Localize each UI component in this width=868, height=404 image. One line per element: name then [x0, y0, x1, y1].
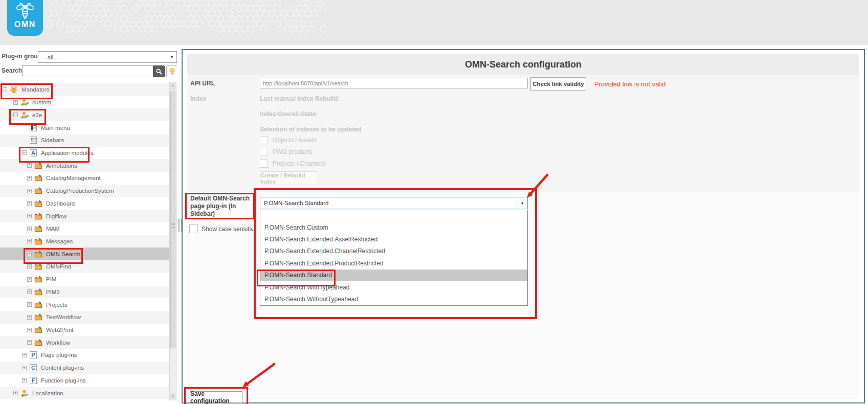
tree-item-projects[interactable]: Projects	[46, 302, 68, 308]
expand-icon[interactable]: +	[22, 366, 27, 370]
app-logo[interactable]: OMN	[7, 0, 43, 36]
tree-item-omnfind[interactable]: OMNFind	[46, 263, 71, 270]
panel-splitter[interactable]	[177, 45, 182, 404]
tree-item-main-menu[interactable]: Main menu	[41, 125, 70, 131]
tree-row[interactable]: +OMN-Search	[0, 248, 169, 260]
tree-item-localization[interactable]: Localization	[32, 390, 63, 396]
dropdown-option-empty[interactable]	[260, 210, 527, 221]
tree-row[interactable]: +Annotations	[0, 159, 169, 172]
tree-item-sidebars[interactable]: Sidebars	[41, 137, 64, 143]
tree-row[interactable]: −Mandators	[0, 83, 169, 96]
show-case-checkbox[interactable]	[189, 225, 198, 233]
dropdown-option-p-omn-search-withouttypeahead[interactable]: P.OMN-Search.WithoutTypeahead	[260, 293, 527, 305]
collapse-icon[interactable]: −	[13, 113, 18, 117]
tree-row[interactable]: +Projects	[0, 298, 169, 311]
expand-icon[interactable]: +	[27, 340, 32, 345]
scroll-up-icon[interactable]: ▲	[170, 82, 176, 89]
tree-item-textworkflow[interactable]: TextWorkflow	[46, 314, 81, 320]
tree-row[interactable]: +FFunction plug-ins	[0, 374, 169, 387]
tree-row[interactable]: +Localization	[0, 387, 169, 399]
expand-icon[interactable]: +	[27, 302, 32, 307]
checkbox-projects-channels[interactable]	[260, 160, 268, 168]
tree-row[interactable]: Sidebars	[0, 134, 169, 147]
tree-row[interactable]: +Dashboard	[0, 197, 169, 210]
expand-icon[interactable]: +	[27, 227, 32, 231]
tree-row[interactable]: +Workflow	[0, 336, 169, 349]
dropdown-option-p-omn-search-extended-channelrestricted[interactable]: P.OMN-Search.Extended.ChannelRestricted	[260, 245, 527, 257]
plugin-group-select[interactable]: -- all -- ▼	[38, 51, 177, 63]
expand-icon[interactable]: +	[22, 378, 27, 383]
tree-row[interactable]: +CContent plug-ins	[0, 362, 169, 374]
tree-item-pim2[interactable]: PIM2	[46, 289, 60, 295]
expand-icon[interactable]: +	[27, 163, 32, 168]
hint-button[interactable]	[166, 65, 178, 77]
tree-row[interactable]: +Messages	[0, 235, 169, 248]
tree-item-page-plug-ins[interactable]: Page plug-ins	[41, 352, 77, 358]
combobox-caret-icon[interactable]: ▼	[517, 197, 527, 209]
tree-row[interactable]: Main menu	[0, 121, 169, 134]
expand-icon[interactable]: +	[27, 264, 32, 269]
checkbox-objects-assets[interactable]	[260, 136, 268, 144]
default-plugin-combobox[interactable]: P.OMN-Search.Standard ▼	[260, 197, 528, 209]
tree-row[interactable]: +MAM	[0, 222, 169, 235]
save-configuration-button[interactable]: Save configuration	[190, 391, 242, 403]
expand-icon[interactable]: +	[27, 252, 32, 256]
tree-item-workflow[interactable]: Workflow	[46, 340, 70, 346]
tree-item-digiflow[interactable]: Digiflow	[46, 213, 66, 219]
expand-icon[interactable]: +	[13, 391, 18, 395]
dropdown-option-p-omn-search-withtypeahead[interactable]: P.OMN-Search.WithTypeahead	[260, 281, 527, 293]
dropdown-option-p-omn-search-standard[interactable]: P.OMN-Search.Standard	[260, 270, 527, 281]
dropdown-option-p-omn-search-extended-productrestricted[interactable]: P.OMN-Search.Extended.ProductRestricted	[260, 257, 527, 269]
tree-row[interactable]: −e2e	[0, 108, 169, 121]
collapse-icon[interactable]: −	[3, 87, 7, 92]
collapse-icon[interactable]: −	[22, 150, 27, 155]
tree-scrollbar[interactable]: ▲ ▼	[169, 82, 176, 400]
expand-icon[interactable]: +	[27, 239, 32, 243]
tree-row[interactable]: +OMNFind	[0, 260, 169, 273]
tree-row[interactable]: +PIM	[0, 273, 169, 286]
tree-item-mam[interactable]: MAM	[46, 226, 60, 232]
tree-row[interactable]: +Digiflow	[0, 210, 169, 222]
tree-row[interactable]: +CatalogManagement	[0, 172, 169, 185]
tree-item-catalogproductionsystem[interactable]: CatalogProductionSystem	[46, 188, 114, 194]
tree-row[interactable]: +custom	[0, 96, 169, 109]
tree-row[interactable]: +TextWorkflow	[0, 311, 169, 324]
dropdown-option-p-omn-search-custom[interactable]: P.OMN-Search.Custom	[260, 221, 527, 233]
create-rebuild-index-button[interactable]: Create / Rebuild Index	[260, 171, 317, 185]
tree-item-omn-search[interactable]: OMN-Search	[46, 251, 80, 257]
api-url-input[interactable]	[260, 78, 528, 88]
tree-item-e2e[interactable]: e2e	[32, 112, 42, 118]
tree-item-application-modules[interactable]: Application modules	[41, 150, 94, 156]
expand-icon[interactable]: +	[27, 277, 32, 282]
tree-item-web2print[interactable]: Web2Print	[46, 327, 73, 333]
tree-item-custom[interactable]: custom	[32, 99, 51, 105]
expand-icon[interactable]: +	[22, 353, 27, 357]
search-input[interactable]	[22, 65, 155, 76]
tree-row[interactable]: +PIM2	[0, 286, 169, 299]
tree-row[interactable]: +CatalogProductionSystem	[0, 185, 169, 197]
tree-item-pim[interactable]: PIM	[46, 276, 56, 282]
tree-row[interactable]: −AApplication modules	[0, 147, 169, 160]
tree-item-content-plug-ins[interactable]: Content plug-ins	[41, 365, 84, 371]
expand-icon[interactable]: +	[27, 201, 32, 206]
tree-item-annotations[interactable]: Annotations	[46, 163, 77, 169]
expand-icon[interactable]: +	[27, 214, 32, 218]
tree-item-mandators[interactable]: Mandators	[21, 86, 49, 93]
check-link-validity-button[interactable]: Check link validity	[530, 77, 586, 91]
scroll-down-icon[interactable]: ▼	[170, 393, 176, 400]
expand-icon[interactable]: +	[27, 176, 32, 181]
tree-item-messages[interactable]: Messages	[46, 238, 73, 244]
expand-icon[interactable]: +	[27, 289, 32, 294]
expand-icon[interactable]: +	[13, 100, 18, 105]
tree-row[interactable]: +PPage plug-ins	[0, 349, 169, 362]
expand-icon[interactable]: +	[27, 328, 32, 332]
tree-item-function-plug-ins[interactable]: Function plug-ins	[41, 377, 86, 384]
tree-item-catalogmanagement[interactable]: CatalogManagement	[46, 175, 101, 181]
tree-item-dashboard[interactable]: Dashboard	[46, 200, 75, 207]
scrollbar-thumb[interactable]	[170, 92, 176, 348]
dropdown-option-p-omn-search-extended-assetrestricted[interactable]: P.OMN-Search.Extended.AssetRestricted	[260, 233, 527, 245]
checkbox-pim2-products[interactable]	[260, 148, 268, 156]
search-button[interactable]	[153, 65, 165, 77]
tree-row[interactable]: +Web2Print	[0, 324, 169, 336]
expand-icon[interactable]: +	[27, 315, 32, 320]
